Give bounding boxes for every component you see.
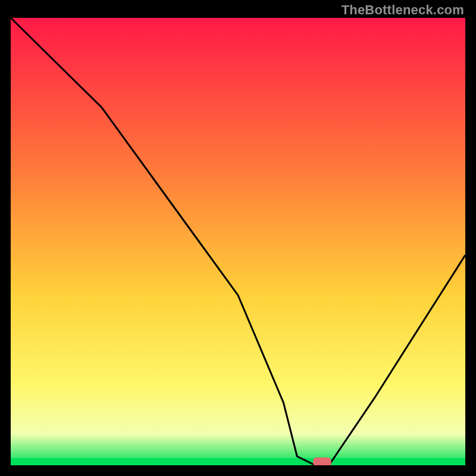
chart-svg — [11, 18, 465, 465]
baseline-green-band — [11, 458, 465, 465]
chart-frame — [11, 18, 465, 465]
watermark-text: TheBottleneck.com — [342, 2, 464, 18]
optimal-marker — [313, 458, 331, 465]
